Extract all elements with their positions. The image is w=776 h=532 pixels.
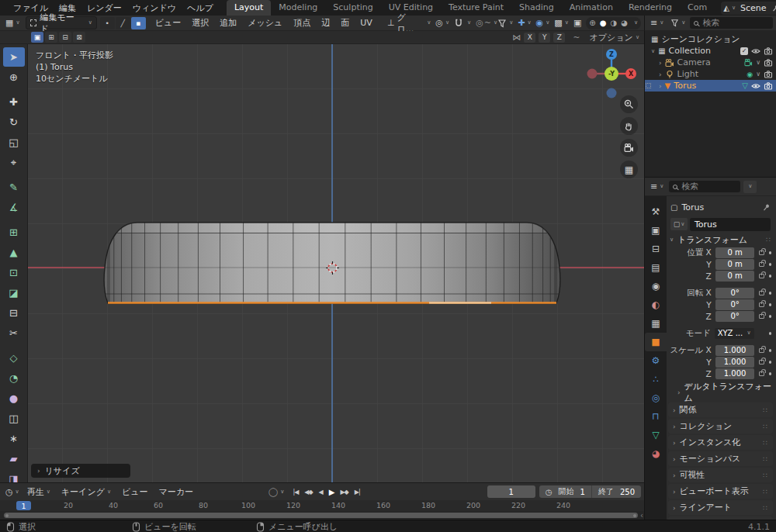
shading-solid[interactable]: ● xyxy=(600,19,607,27)
scene-name[interactable]: Scene xyxy=(736,3,771,13)
pan-button[interactable] xyxy=(620,117,638,135)
viewport-menu-5[interactable]: 辺 xyxy=(316,16,335,30)
viewport-menu-3[interactable]: メッシュ xyxy=(242,16,288,30)
snap-toggle[interactable] xyxy=(454,19,463,28)
mirror-z-button[interactable]: Z xyxy=(553,33,565,43)
overlays-toggle-dropdown[interactable]: ◉ ∨ xyxy=(536,18,550,28)
properties-search-input[interactable]: 検索 xyxy=(669,181,740,192)
workspace-tab-modeling[interactable]: Modeling xyxy=(271,0,325,16)
options-dropdown[interactable]: オプション ∨ xyxy=(590,32,639,43)
panel-3[interactable]: ›モーションパス∷ xyxy=(668,451,773,466)
tab-render[interactable]: ▣ xyxy=(645,221,667,240)
animate-dot[interactable] xyxy=(769,251,771,254)
topbar-menu-2[interactable]: レンダー xyxy=(81,0,127,16)
gizmo-negz-axis[interactable] xyxy=(607,88,617,98)
transform-panel-header[interactable]: ∨ トランスフォーム ∷ xyxy=(668,233,773,247)
timeline-menu-0[interactable]: 再生∨ xyxy=(22,483,56,500)
workspace-tab-com[interactable]: Com xyxy=(680,0,715,16)
xray-toggle[interactable]: ▣ xyxy=(573,18,581,28)
pin-icon[interactable] xyxy=(771,4,776,12)
tool-inset-faces[interactable]: ⊡ xyxy=(3,263,25,282)
disable-render-icon[interactable] xyxy=(764,70,773,79)
disable-render-icon[interactable] xyxy=(764,81,773,91)
tool-extrude-region[interactable]: ▲ xyxy=(3,243,25,262)
panel-1[interactable]: ›コレクション∷ xyxy=(668,419,773,434)
animate-dot[interactable] xyxy=(769,372,771,375)
tool-knife[interactable]: ✂ xyxy=(3,323,25,343)
shading-rendered[interactable]: ◕ xyxy=(621,19,628,27)
lock-icon[interactable] xyxy=(759,314,764,319)
drag-handle-icon[interactable]: ∷ xyxy=(763,455,768,463)
play-reverse-button[interactable]: ◀ xyxy=(317,489,325,496)
tool-edge-slide[interactable]: ◫ xyxy=(3,409,25,428)
panel-4[interactable]: ›可視性∷ xyxy=(668,468,773,482)
tool-smooth[interactable]: ● xyxy=(3,389,25,408)
rotation-mode-dropdown[interactable]: XYZ ... ∨ xyxy=(715,328,754,339)
mesh-edit-overlay-dropdown[interactable]: ▩ ∨ xyxy=(554,18,569,28)
tool-scale[interactable]: ◱ xyxy=(3,133,25,152)
tool-loop-cut[interactable]: ⊟ xyxy=(3,303,25,323)
topbar-menu-3[interactable]: ウィンドウ xyxy=(127,0,182,16)
viewport-menu-2[interactable]: 追加 xyxy=(214,16,242,30)
lock-icon[interactable] xyxy=(759,262,764,267)
mirror-icon[interactable]: ⋈ xyxy=(512,33,521,43)
timeline-menu-2[interactable]: ビュー xyxy=(116,483,154,500)
disclosure-icon[interactable]: › xyxy=(659,71,662,78)
zoom-button[interactable] xyxy=(620,95,638,113)
tool-shrink-fatten[interactable]: ∗ xyxy=(3,429,25,448)
viewport-menu-7[interactable]: UV xyxy=(355,16,378,30)
tool-shear[interactable]: ▰ xyxy=(3,449,25,468)
playhead[interactable]: 1 xyxy=(16,501,31,510)
tab-particles[interactable]: ∴ xyxy=(645,370,667,389)
shading-material[interactable]: ◑ xyxy=(610,19,617,27)
workspace-tab-shading[interactable]: Shading xyxy=(511,0,562,16)
outliner-row-collection[interactable]: ∨ ▦ Collection ✓ xyxy=(645,45,776,57)
delta-transform-panel[interactable]: › デルタトランスフォーム xyxy=(668,385,773,399)
tab-object[interactable]: ■ xyxy=(645,333,667,351)
tool-select-box[interactable]: ➤ xyxy=(3,47,25,67)
drag-handle-icon[interactable]: ∷ xyxy=(763,472,768,479)
outliner-row-light[interactable]: › Light ◉ ∨ xyxy=(645,68,776,80)
visibility-filter-dropdown[interactable]: ∨ xyxy=(497,19,513,28)
mirror-y-button[interactable]: Y xyxy=(539,33,550,43)
tab-output[interactable]: ⊟ xyxy=(645,240,667,258)
tab-physics[interactable]: ◎ xyxy=(645,389,667,407)
topbar-menu-4[interactable]: ヘルプ xyxy=(182,0,219,16)
outliner-row-camera[interactable]: › Camera ∨ xyxy=(645,57,776,68)
viewport-menu-4[interactable]: 頂点 xyxy=(288,16,316,30)
animate-dot[interactable] xyxy=(769,275,771,278)
lock-icon[interactable] xyxy=(759,291,764,295)
drag-handle-icon[interactable]: ∷ xyxy=(763,423,768,430)
frame-start-field[interactable]: ◷ 開始 1 xyxy=(539,485,591,498)
transform-value-field[interactable]: 0 m xyxy=(715,247,755,258)
tool-bevel[interactable]: ◪ xyxy=(3,283,25,302)
animate-dot[interactable] xyxy=(769,315,771,318)
edge-select-mode[interactable]: ╱ xyxy=(116,17,130,29)
object-name-field[interactable]: Torus xyxy=(690,218,771,231)
panel-2[interactable]: ›インスタンス化∷ xyxy=(668,435,773,450)
outliner-row-scene-collection[interactable]: ▦ シーンコレクション xyxy=(645,33,776,45)
tool-measure[interactable]: ∡ xyxy=(3,198,25,217)
camera-view-button[interactable] xyxy=(620,139,638,157)
next-keyframe-button[interactable]: ▶◆ xyxy=(338,489,350,496)
transform-value-field[interactable]: 0 m xyxy=(715,271,755,282)
outliner-display-mode[interactable]: ≡ ∨ xyxy=(648,17,666,29)
proportional-edit-toggle[interactable]: ◎ xyxy=(476,18,483,28)
select-mode-2[interactable]: ⊟ xyxy=(59,32,71,43)
lock-icon[interactable] xyxy=(759,348,764,353)
tab-view-layer[interactable]: ▤ xyxy=(645,258,667,277)
tab-tool[interactable]: ⚒ xyxy=(645,202,667,221)
animate-dot[interactable] xyxy=(769,361,771,364)
workspace-tab-sculpting[interactable]: Sculpting xyxy=(325,0,380,16)
play-button[interactable]: ▶ xyxy=(327,488,337,496)
vertex-select-mode[interactable]: • xyxy=(100,17,115,29)
outliner-filter-dropdown[interactable]: ∨ xyxy=(668,17,688,29)
disable-render-icon[interactable] xyxy=(764,47,773,56)
outliner-search-input[interactable]: 検索 xyxy=(690,17,773,29)
scene-selector[interactable]: ◭ ∨ Scene × xyxy=(721,2,776,15)
viewport-menu-0[interactable]: ビュー xyxy=(150,16,187,30)
expand-icon[interactable]: ∨ xyxy=(651,48,655,54)
lock-icon[interactable] xyxy=(759,274,764,278)
disable-render-icon[interactable] xyxy=(764,58,773,67)
auto-keying-toggle[interactable]: ◯ ∨ xyxy=(268,487,284,497)
